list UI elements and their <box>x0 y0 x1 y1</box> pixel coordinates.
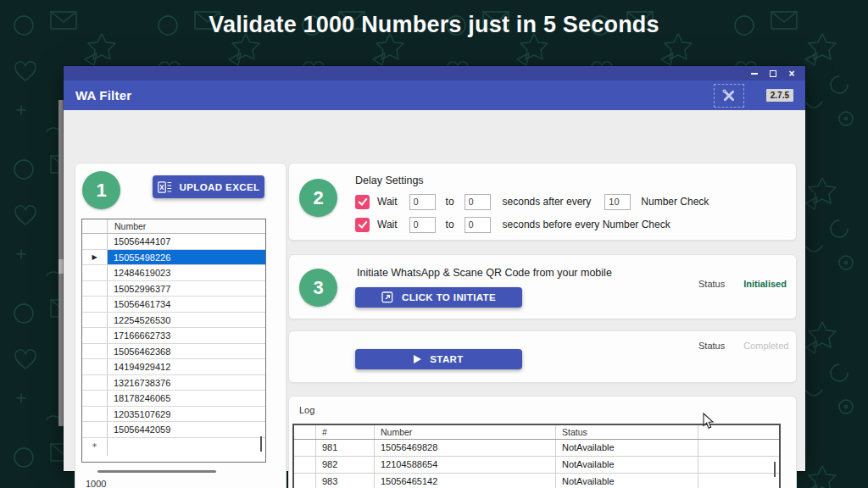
table-row[interactable]: 15056462368 <box>82 344 265 360</box>
number-cell[interactable]: 17166662733 <box>108 328 265 343</box>
status-column-header: Status <box>556 425 698 439</box>
number-cell[interactable]: 15052996377 <box>108 281 265 297</box>
table-row[interactable]: 14194929412 <box>82 359 265 375</box>
log-panel: Log # Number Status 981 15056469828 NotA… <box>288 396 797 488</box>
index-cell: 981 <box>316 440 375 456</box>
version-badge: 2.7.5 <box>766 89 793 102</box>
table-new-row[interactable]: * <box>82 438 265 456</box>
log-table: # Number Status 981 15056469828 NotAvail… <box>292 424 781 488</box>
click-to-initiate-button[interactable]: CLICK TO INITIATE <box>355 287 522 308</box>
app-window: × WA Filter 2.7.5 <box>64 66 805 471</box>
table-row[interactable]: 12035107629 <box>82 407 265 423</box>
log-title: Log <box>299 405 314 415</box>
close-button[interactable]: × <box>787 69 797 79</box>
table-row[interactable]: 15056442059 <box>82 422 265 438</box>
row-selector <box>294 474 316 488</box>
new-row-icon: * <box>92 441 97 452</box>
number-cell: 15056469828 <box>375 440 556 456</box>
row-selector <box>82 407 108 422</box>
table-row[interactable]: 15056461734 <box>82 297 265 313</box>
row-selector-header <box>82 219 108 233</box>
start-label: START <box>430 354 463 364</box>
wait-before-checkbox[interactable] <box>355 218 370 232</box>
initiate-panel: 3 Initiate WhatsApp & Scane QR Code from… <box>288 254 797 319</box>
number-cell[interactable]: 15056442059 <box>108 422 265 437</box>
log-row[interactable]: 981 15056469828 NotAvailable <box>294 440 779 457</box>
excel-file-icon <box>158 181 172 193</box>
numbers-table-hscrollbar[interactable] <box>97 470 216 473</box>
row-selector <box>82 375 108 391</box>
number-cell[interactable]: 12254526530 <box>108 313 265 328</box>
log-row[interactable]: 982 12104588654 NotAvailable <box>294 457 779 474</box>
table-row[interactable]: 15056444107 <box>82 234 265 250</box>
row-selector <box>82 344 108 359</box>
number-column-header: Number <box>108 219 146 233</box>
minimize-icon <box>751 73 758 75</box>
step2-badge: 2 <box>299 179 337 217</box>
maximize-icon <box>770 70 776 77</box>
delay-row-after: Wait to seconds after every Number Check <box>355 193 709 210</box>
close-icon: × <box>788 69 794 79</box>
current-row-arrow-icon: ▶ <box>92 253 97 261</box>
wait-after-from-input[interactable] <box>409 194 436 210</box>
upload-excel-label: UPLOAD EXCEL <box>180 182 260 192</box>
status-cell: NotAvailable <box>556 440 698 456</box>
filler-cell <box>698 457 779 473</box>
table-row[interactable]: 15052996377 <box>82 281 265 297</box>
status-label: Status <box>698 341 725 351</box>
before-suffix-label: seconds before every Number Check <box>503 219 670 230</box>
number-check-label: Number Check <box>641 196 709 208</box>
number-cell[interactable] <box>108 438 265 456</box>
number-cell[interactable]: 15056462368 <box>108 344 265 359</box>
wait-after-to-input[interactable] <box>465 194 491 210</box>
click-to-initiate-label: CLICK TO INITIATE <box>402 292 496 302</box>
number-cell[interactable]: 15056444107 <box>108 234 265 249</box>
number-cell[interactable]: 12035107629 <box>108 407 265 422</box>
numbers-table-vscrollbar[interactable] <box>260 436 262 452</box>
every-count-input[interactable] <box>604 194 631 210</box>
table-row[interactable]: 18178246065 <box>82 391 265 407</box>
number-cell[interactable]: 12484619023 <box>108 265 265 280</box>
initiate-status-value: Initialised <box>743 279 787 289</box>
number-cell[interactable]: 15056461734 <box>108 297 265 312</box>
row-selector-header <box>294 425 316 439</box>
status-cell: NotAvailable <box>556 474 698 488</box>
minimize-button[interactable] <box>749 69 760 79</box>
to-label: to <box>446 219 454 230</box>
delay-row-before: Wait to seconds before every Number Chec… <box>355 216 670 233</box>
step3-badge: 3 <box>299 269 337 307</box>
maximize-button[interactable] <box>768 69 778 79</box>
start-panel: START Status Completed <box>288 330 797 383</box>
title-bar: WA Filter 2.7.5 <box>64 80 805 110</box>
number-cell[interactable]: 15055498226 <box>108 250 265 265</box>
after-suffix-label: seconds after every <box>503 196 592 208</box>
to-label: to <box>446 196 454 208</box>
settings-button[interactable] <box>714 84 744 108</box>
start-button[interactable]: START <box>355 349 522 369</box>
upload-excel-button[interactable]: UPLOAD EXCEL <box>153 175 264 198</box>
row-selector <box>82 313 108 328</box>
table-row-selected[interactable]: ▶15055498226 <box>82 250 265 266</box>
table-row[interactable]: 13216738376 <box>82 375 265 391</box>
index-cell: 983 <box>316 474 375 488</box>
log-row[interactable]: 983 15056465142 NotAvailable <box>294 474 779 488</box>
wait-before-from-input[interactable] <box>409 217 436 233</box>
row-selector <box>294 457 316 473</box>
wait-after-checkbox[interactable] <box>355 195 370 209</box>
number-cell[interactable]: 14194929412 <box>108 359 265 374</box>
step1-badge: 1 <box>82 171 120 209</box>
wrench-tools-icon <box>721 88 737 103</box>
play-icon <box>414 355 421 363</box>
table-row[interactable]: 12484619023 <box>82 265 265 281</box>
app-title: WA Filter <box>75 88 131 103</box>
log-table-vscrollbar[interactable] <box>774 462 776 477</box>
table-row[interactable]: 17166662733 <box>82 328 265 344</box>
index-cell: 982 <box>316 457 375 473</box>
number-cell[interactable]: 18178246065 <box>108 391 265 406</box>
start-status-value: Completed <box>743 341 788 351</box>
number-cell[interactable]: 13216738376 <box>108 375 265 391</box>
wait-before-to-input[interactable] <box>465 217 491 233</box>
row-selector <box>82 422 108 437</box>
launch-arrow-icon <box>381 291 393 303</box>
table-row[interactable]: 12254526530 <box>82 313 265 329</box>
